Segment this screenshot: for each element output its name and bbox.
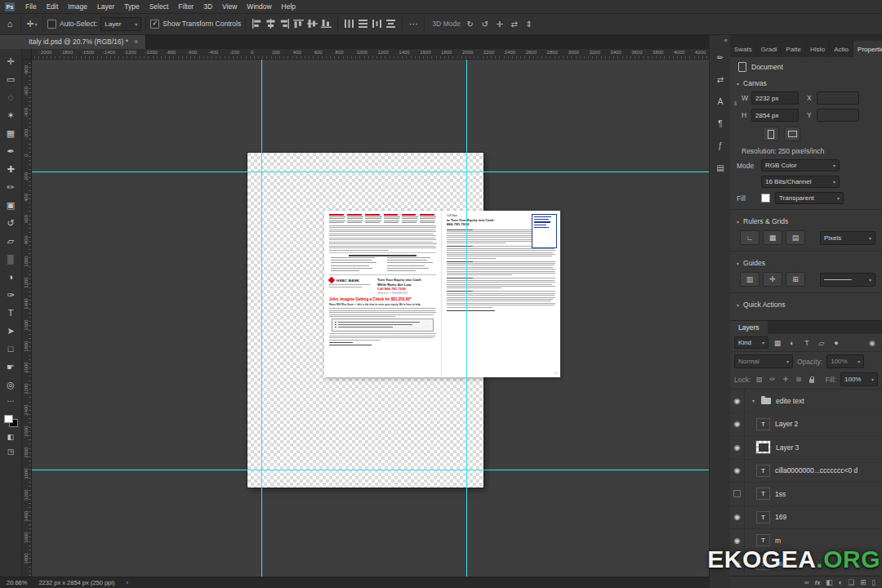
active-tool-icon[interactable]: ✛▾ [25, 16, 38, 31]
show-transform-checkbox[interactable]: ✓ [150, 20, 159, 29]
clone-stamp-tool[interactable]: ▣ [2, 197, 19, 213]
align-top-edges-icon[interactable] [292, 17, 305, 31]
move-tool[interactable]: ✛ [2, 53, 19, 69]
layer-filter-kind-dropdown[interactable]: Kind▾ [734, 336, 768, 349]
new-group-icon[interactable]: ❏ [849, 578, 855, 586]
layer-row[interactable]: ◉Tcilla0000000...ccccccc<0 d [730, 460, 882, 483]
tab-swats[interactable]: Swats [730, 41, 757, 57]
menu-file[interactable]: File [20, 0, 42, 13]
toggle-grid-button[interactable]: ▦ [763, 230, 782, 245]
eraser-tool[interactable]: ▱ [2, 233, 19, 249]
tab-gradi[interactable]: Gradi [757, 41, 782, 57]
layer-row[interactable]: T1ss [730, 483, 882, 506]
eye-icon[interactable]: ◉ [730, 390, 745, 412]
link-dimensions-icon[interactable]: ∞ [732, 101, 739, 106]
healing-brush-tool[interactable]: ✚ [2, 161, 19, 177]
eye-icon[interactable]: ◉ [730, 413, 745, 436]
filter-type-layers-icon[interactable]: T [801, 337, 813, 349]
layer-thumbnail[interactable] [755, 440, 771, 454]
guide[interactable] [31, 172, 709, 172]
layer-row[interactable]: ◉Layer 3 [730, 436, 882, 460]
history-brush-tool[interactable]: ↺ [2, 215, 19, 231]
canvas-area[interactable]: ⌂ HSBC BANK Turn Your Equity into Cash [31, 59, 709, 577]
menu-image[interactable]: Image [63, 0, 92, 13]
distribute-vertical-icon[interactable] [356, 17, 370, 31]
rulers-grids-section-header[interactable]: ▾ Rulers & Grids [730, 213, 882, 228]
crop-tool[interactable]: ▦ [2, 125, 19, 141]
foreground-background-colors[interactable] [4, 415, 18, 427]
distribute-horizontal-icon[interactable] [342, 17, 356, 31]
3d-mode-icon-4[interactable]: ⇕ [523, 17, 536, 30]
brush-tool[interactable]: ✏ [2, 179, 19, 195]
filter-pixel-layers-icon[interactable]: ▦ [772, 337, 783, 349]
auto-select-target-dropdown[interactable]: Layer▾ [100, 17, 141, 31]
layer-style-icon[interactable]: fx [815, 579, 821, 586]
distribute-left-icon[interactable] [370, 17, 384, 31]
menu-3d[interactable]: 3D [198, 0, 217, 13]
path-selection-tool[interactable]: ➤ [2, 323, 19, 339]
layer-mask-icon[interactable]: ◧ [826, 578, 832, 586]
distribute-top-icon[interactable] [384, 17, 398, 31]
menu-edit[interactable]: Edit [42, 0, 64, 13]
new-layer-icon[interactable]: ⊞ [860, 578, 866, 586]
link-layers-icon[interactable]: ∞ [804, 578, 809, 586]
align-left-edges-icon[interactable] [250, 17, 264, 31]
marquee-tool[interactable]: ▭ [2, 71, 19, 87]
menu-window[interactable]: Window [242, 0, 276, 13]
paragraph-panel-icon[interactable]: ¶ [712, 115, 728, 131]
more-options-icon[interactable]: ⋯ [407, 16, 420, 31]
width-field[interactable]: 2232 px [751, 91, 799, 105]
lock-position-icon[interactable]: ✛ [781, 375, 790, 385]
foreground-color-swatch[interactable] [4, 415, 13, 423]
brushes-panel-icon[interactable]: ✏ [712, 49, 728, 65]
height-field[interactable]: 2854 px [751, 109, 799, 122]
3d-mode-icon-2[interactable]: ✛ [493, 17, 506, 30]
layer-row[interactable]: ◉T169 [730, 506, 882, 530]
layer-row[interactable]: ◉▾edite text [730, 390, 882, 413]
tab-histo[interactable]: Histo [806, 41, 830, 57]
portrait-orientation-button[interactable] [763, 127, 779, 141]
lock-transparency-icon[interactable]: ▨ [755, 375, 764, 385]
quick-actions-section-header[interactable]: ▾ Quick Actions [730, 296, 882, 311]
lock-pixels-icon[interactable]: ✏ [768, 375, 777, 385]
eyedropper-tool[interactable]: ✒ [2, 143, 19, 159]
clone-source-panel-icon[interactable]: ⇄ [712, 71, 728, 87]
guide[interactable] [261, 59, 262, 577]
libraries-panel-icon[interactable]: ▤ [712, 159, 728, 176]
guide[interactable] [31, 470, 709, 470]
clear-guides-button[interactable]: ⊞ [786, 272, 805, 287]
horizontal-ruler[interactable]: -2000-1800-1600-1400-1200-1000-800-600-4… [21, 49, 709, 60]
guides-section-header[interactable]: ▾ Guides [730, 255, 882, 270]
character-panel-icon[interactable]: A [712, 93, 728, 109]
filter-shape-layers-icon[interactable]: ▱ [816, 337, 827, 349]
tab-actio[interactable]: Actio [830, 41, 853, 57]
filter-toggle-icon[interactable]: ◉ [866, 337, 878, 349]
tab-close-icon[interactable]: × [134, 38, 138, 46]
eye-icon[interactable]: ◉ [730, 460, 745, 483]
bit-depth-dropdown[interactable]: 16 Bits/Channel▾ [761, 176, 840, 188]
adjustment-layer-icon[interactable]: ◐ [838, 578, 842, 586]
guide[interactable] [466, 59, 467, 577]
toggle-guides-button[interactable]: ▥ [740, 272, 760, 287]
3d-mode-icon-0[interactable]: ↻ [464, 17, 477, 30]
text-layer-thumbnail[interactable]: T [756, 511, 770, 523]
document-tab[interactable]: Italy id.psd @ 20.7% (RGB/16) * × [21, 34, 146, 49]
lasso-tool[interactable]: ◌ [2, 89, 19, 105]
toggle-rulers-button[interactable]: ∟ [740, 230, 760, 245]
shape-tool[interactable]: □ [2, 341, 19, 357]
tab-patte[interactable]: Patte [782, 41, 806, 57]
align-right-edges-icon[interactable] [278, 17, 292, 31]
group-expand-icon[interactable]: ▾ [752, 398, 755, 403]
home-icon[interactable]: ⌂ [3, 16, 16, 31]
lock-artboard-icon[interactable]: ⊞ [794, 375, 803, 385]
opacity-dropdown[interactable]: 100%▾ [826, 354, 864, 368]
zoom-level[interactable]: 20.66% [7, 579, 27, 586]
canvas-fill-dropdown[interactable]: Transparent▾ [775, 192, 844, 204]
filter-adjustment-layers-icon[interactable]: ◐ [786, 337, 798, 349]
menu-layer[interactable]: Layer [92, 0, 119, 13]
menu-view[interactable]: View [217, 0, 242, 13]
blend-mode-dropdown[interactable]: Normal▾ [734, 354, 793, 368]
menu-filter[interactable]: Filter [173, 0, 198, 13]
text-layer-thumbnail[interactable]: T [756, 534, 770, 546]
units-dropdown[interactable]: Pixels▾ [820, 231, 875, 245]
